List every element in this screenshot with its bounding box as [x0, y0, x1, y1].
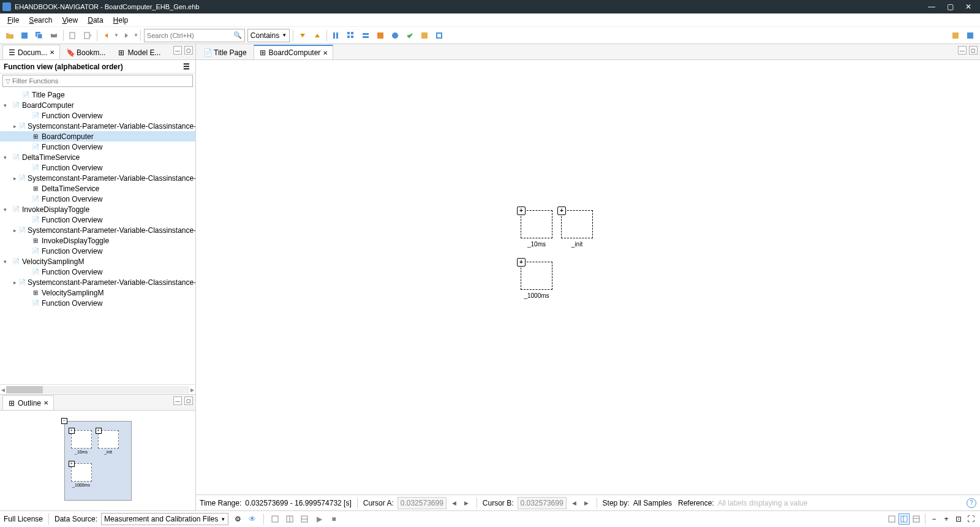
canvas-block-init[interactable]: + _init: [561, 210, 593, 248]
tree-row[interactable]: 📄Title Page: [0, 89, 195, 100]
tab-documents[interactable]: ☰ Docum... ✕: [2, 45, 60, 59]
menu-data[interactable]: Data: [83, 15, 108, 26]
menu-file[interactable]: File: [2, 15, 24, 26]
tree-row[interactable]: 📄Function Overview: [0, 214, 195, 225]
nav-down-icon[interactable]: [296, 29, 309, 42]
layout-1-icon[interactable]: [270, 514, 281, 525]
cursor-b-field[interactable]: 0.032573699: [518, 497, 567, 509]
cursor-b-next-icon[interactable]: ▶: [582, 499, 591, 507]
tool-8-icon[interactable]: [433, 29, 445, 42]
outline-canvas[interactable]: − + _10ms + _init + _1000ms: [0, 411, 195, 510]
tree-toggle-icon[interactable]: ▾: [4, 154, 10, 161]
tree-row[interactable]: 📄Function Overview: [0, 194, 195, 204]
perspective-2-icon[interactable]: [964, 29, 976, 42]
menu-search[interactable]: Search: [24, 15, 57, 26]
tree-toggle-icon[interactable]: ▸: [13, 279, 17, 286]
datasource-combo[interactable]: Measurement and Calibration Files ▼: [101, 513, 228, 525]
view-mode-3-icon[interactable]: [911, 514, 922, 525]
export-menu-icon[interactable]: [81, 29, 94, 42]
expand-icon[interactable]: +: [517, 207, 526, 215]
tab-model-explorer[interactable]: ⊞ Model E...: [112, 45, 166, 59]
play-icon[interactable]: ▶: [314, 514, 325, 525]
maximize-view-button[interactable]: ▢: [184, 46, 193, 55]
search-mode-combo[interactable]: Contains ▼: [247, 29, 290, 42]
list-icon[interactable]: ☰: [183, 63, 192, 71]
tool-6-icon[interactable]: [404, 29, 416, 42]
tree-toggle-icon[interactable]: ▸: [13, 227, 17, 233]
stop-icon[interactable]: ■: [328, 514, 339, 525]
print-icon[interactable]: [48, 29, 60, 42]
save-all-icon[interactable]: [33, 29, 45, 42]
search-input[interactable]: 🔍: [144, 29, 245, 42]
menu-help[interactable]: Help: [108, 15, 134, 26]
layout-2-icon[interactable]: [284, 514, 295, 525]
tree-scrollbar[interactable]: ◂ ▸: [0, 384, 195, 394]
nav-up-icon[interactable]: [311, 29, 323, 42]
tree-row[interactable]: ▸📄Systemconstant-Parameter-Variable-Clas…: [0, 277, 195, 287]
forward-menu-arrow[interactable]: ▼: [134, 32, 138, 38]
close-icon[interactable]: ✕: [43, 400, 48, 406]
expand-icon[interactable]: +: [557, 207, 566, 215]
save-icon[interactable]: [18, 29, 31, 42]
tree-row[interactable]: 📄Function Overview: [0, 110, 195, 121]
menu-view[interactable]: View: [57, 15, 83, 26]
search-field[interactable]: [147, 32, 233, 39]
tree-row[interactable]: ▸📄Systemconstant-Parameter-Variable-Clas…: [0, 173, 195, 183]
close-icon[interactable]: ✕: [323, 50, 328, 56]
forward-icon[interactable]: [120, 29, 132, 42]
tree-row[interactable]: 📄Function Overview: [0, 142, 195, 152]
tree-row[interactable]: ▾📄BoardComputer: [0, 100, 195, 110]
filter-field[interactable]: [12, 77, 190, 85]
tree-row[interactable]: ▾📄VelocitySamplingM: [0, 256, 195, 267]
tool-1-icon[interactable]: [330, 29, 342, 42]
tree-row[interactable]: ⊞InvokeDisplayToggle: [0, 235, 195, 246]
search-icon[interactable]: 🔍: [233, 31, 242, 39]
tree-toggle-icon[interactable]: ▾: [4, 259, 10, 265]
expand-icon[interactable]: +: [517, 258, 526, 267]
function-tree[interactable]: 📄Title Page▾📄BoardComputer📄Function Over…: [0, 88, 195, 384]
zoom-out-icon[interactable]: −: [929, 514, 940, 525]
back-icon[interactable]: [100, 29, 113, 42]
back-menu-arrow[interactable]: ▼: [114, 32, 119, 38]
layout-3-icon[interactable]: [299, 514, 310, 525]
tree-toggle-icon[interactable]: ▾: [4, 102, 10, 108]
export-icon[interactable]: [67, 29, 79, 42]
tool-4-icon[interactable]: [374, 29, 386, 42]
tree-row[interactable]: ⊞VelocitySamplingM: [0, 287, 195, 298]
tree-row[interactable]: 📄Function Overview: [0, 162, 195, 173]
minimize-view-button[interactable]: —: [173, 46, 182, 55]
zoom-in-icon[interactable]: +: [941, 514, 952, 525]
canvas-block-10ms[interactable]: + _10ms: [521, 210, 552, 248]
tree-toggle-icon[interactable]: ▾: [4, 207, 10, 213]
open-icon[interactable]: [4, 29, 16, 42]
zoom-fit-icon[interactable]: ⊡: [953, 514, 964, 525]
tab-outline[interactable]: ⊞ Outline ✕: [2, 395, 54, 410]
view-mode-1-icon[interactable]: [886, 514, 897, 525]
filter-input[interactable]: ▽: [2, 75, 193, 87]
maximize-view-button[interactable]: ▢: [969, 46, 978, 55]
tree-row[interactable]: 📄Function Overview: [0, 298, 195, 308]
tab-boardcomputer[interactable]: ⊞ BoardComputer ✕: [254, 45, 334, 59]
tool-2-icon[interactable]: [345, 29, 357, 42]
tool-3-icon[interactable]: [360, 29, 372, 42]
tree-row[interactable]: ▸📄Systemconstant-Parameter-Variable-Clas…: [0, 225, 195, 235]
zoom-reset-icon[interactable]: ⛶: [965, 514, 976, 525]
tree-row[interactable]: 📄Function Overview: [0, 246, 195, 256]
cursor-a-next-icon[interactable]: ▶: [462, 499, 471, 507]
close-icon[interactable]: ✕: [50, 49, 55, 56]
tree-toggle-icon[interactable]: ▸: [13, 123, 17, 129]
minimize-view-button[interactable]: —: [173, 396, 182, 405]
tree-row[interactable]: ⊞BoardComputer: [0, 131, 195, 142]
eye-icon[interactable]: 👁: [247, 514, 258, 525]
maximize-view-button[interactable]: ▢: [184, 396, 193, 405]
help-icon[interactable]: ?: [967, 498, 976, 508]
tree-row[interactable]: ⊞DeltaTimeService: [0, 183, 195, 194]
close-button[interactable]: ✕: [959, 0, 978, 13]
tree-row[interactable]: ▾📄DeltaTimeService: [0, 152, 195, 162]
view-mode-2-icon[interactable]: [899, 514, 910, 525]
tab-bookmarks[interactable]: 🔖 Bookm...: [61, 45, 111, 59]
tool-7-icon[interactable]: [418, 29, 431, 42]
tree-row[interactable]: ▾📄InvokeDisplayToggle: [0, 204, 195, 214]
tab-title-page[interactable]: 📄 Title Page: [198, 45, 252, 59]
maximize-button[interactable]: ▢: [941, 0, 959, 13]
